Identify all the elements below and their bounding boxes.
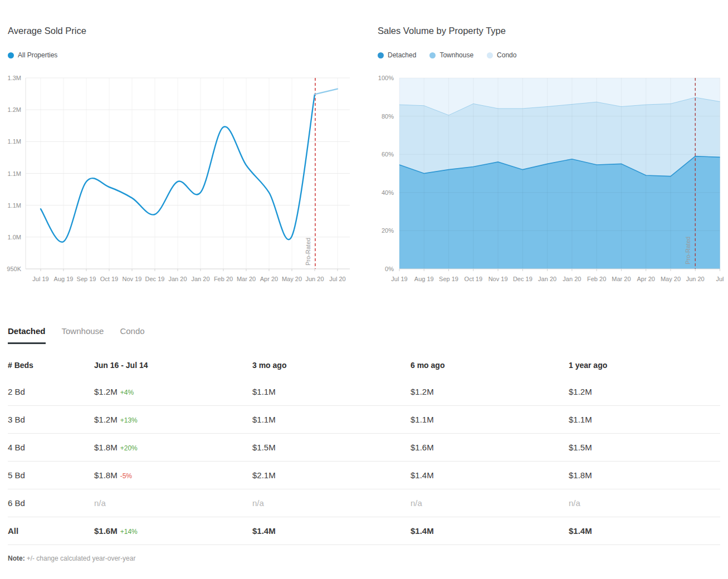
price-value: $1.2M: [411, 387, 569, 396]
svg-text:Jan 20: Jan 20: [563, 276, 581, 282]
legend-item-townhouse[interactable]: Townhouse: [429, 51, 473, 59]
sales-volume-chart: 100%80%60%40%20%0%Jul 19Aug 19Sep 19Oct …: [373, 72, 728, 287]
legend-dot-icon: [429, 52, 436, 58]
svg-text:40%: 40%: [382, 189, 394, 196]
legend-label: Detached: [388, 51, 416, 59]
price-value: n/a: [94, 498, 106, 508]
svg-text:20%: 20%: [382, 227, 394, 234]
right-chart-title: Sales Volume by Property Type: [378, 26, 506, 36]
svg-text:Mar 20: Mar 20: [237, 276, 256, 282]
col-header-current: Jun 16 - Jul 14: [94, 361, 252, 370]
price-value: $1.5M: [569, 443, 720, 452]
svg-text:Dec 19: Dec 19: [145, 276, 165, 282]
change-badge: +20%: [120, 444, 138, 452]
svg-text:950K: 950K: [7, 266, 21, 272]
price-value: $1.2M: [569, 387, 720, 396]
svg-text:Pro-Rated: Pro-Rated: [305, 238, 311, 266]
price-value: $1.1M: [252, 415, 411, 424]
svg-text:1.1M: 1.1M: [8, 170, 21, 177]
left-chart-legend: All Properties: [8, 51, 57, 59]
table-row: 4 Bd $1.8M+20% $1.5M $1.6M $1.5M: [8, 433, 720, 462]
svg-text:Sep 19: Sep 19: [439, 276, 458, 282]
price-value: $2.1M: [252, 470, 411, 480]
svg-text:May 20: May 20: [282, 276, 302, 282]
price-value: $1.4M: [569, 526, 720, 536]
price-value: $1.8M: [569, 470, 720, 480]
change-badge: -5%: [120, 472, 132, 480]
legend-label: Townhouse: [439, 51, 473, 59]
price-value: n/a: [252, 498, 411, 508]
svg-text:Mar 20: Mar 20: [612, 276, 631, 282]
svg-text:Apr 20: Apr 20: [260, 276, 278, 282]
price-value: $1.6M: [94, 526, 118, 536]
change-badge: +14%: [120, 528, 138, 536]
svg-text:Jan 20: Jan 20: [538, 276, 556, 282]
beds-label: 3 Bd: [8, 415, 94, 424]
beds-label: All: [8, 526, 94, 536]
price-value: n/a: [569, 498, 720, 508]
legend-dot-icon: [8, 52, 14, 58]
tab-townhouse[interactable]: Townhouse: [62, 326, 104, 344]
svg-text:Jan 20: Jan 20: [168, 276, 187, 282]
svg-text:Jan 20: Jan 20: [191, 276, 209, 282]
price-value: $1.8M: [94, 443, 118, 452]
svg-text:Jul 19: Jul 19: [391, 276, 407, 282]
svg-text:1.3M: 1.3M: [8, 75, 21, 81]
price-value: $1.4M: [411, 526, 569, 536]
price-value: $1.2M: [94, 415, 118, 424]
property-type-tabs: Detached Townhouse Condo: [8, 326, 145, 344]
svg-text:Jun 20: Jun 20: [686, 276, 705, 282]
svg-text:May 20: May 20: [661, 276, 681, 282]
beds-label: 5 Bd: [8, 470, 94, 480]
table-row-all: All $1.6M+14% $1.4M $1.4M $1.4M: [8, 517, 720, 545]
price-value: $1.6M: [411, 443, 569, 452]
legend-item-condo[interactable]: Condo: [487, 51, 516, 59]
legend-dot-icon: [378, 52, 384, 58]
price-value: $1.1M: [411, 415, 569, 424]
price-value: $1.1M: [252, 387, 411, 396]
svg-text:Apr 20: Apr 20: [637, 276, 654, 282]
average-sold-price-chart: 1.3M1.2M1.1M1.1M1.1M1.0M950KJul 19Aug 19…: [0, 72, 359, 287]
price-value: $1.8M: [94, 470, 118, 480]
svg-text:Nov 19: Nov 19: [488, 276, 508, 282]
beds-label: 6 Bd: [8, 498, 94, 508]
svg-text:Pro-Rated: Pro-Rated: [685, 237, 691, 264]
legend-label: All Properties: [18, 51, 57, 59]
svg-text:Jun 20: Jun 20: [305, 276, 324, 282]
svg-text:1.1M: 1.1M: [8, 202, 21, 209]
price-value: $1.2M: [94, 387, 118, 396]
svg-text:Jul: Jul: [716, 276, 724, 282]
change-badge: +4%: [120, 389, 134, 396]
legend-item-detached[interactable]: Detached: [378, 51, 416, 59]
legend-dot-icon: [487, 52, 493, 58]
svg-text:Oct 19: Oct 19: [465, 276, 482, 282]
table-row: 5 Bd $1.8M-5% $2.1M $1.4M $1.8M: [8, 461, 720, 489]
table-header-row: # Beds Jun 16 - Jul 14 3 mo ago 6 mo ago…: [8, 358, 720, 372]
table-row: 6 Bd n/a n/a n/a n/a: [8, 489, 720, 517]
col-header-3mo: 3 mo ago: [252, 361, 411, 370]
right-chart-legend: Detached Townhouse Condo: [378, 51, 516, 59]
footnote-text: +/- change calculated year-over-year: [27, 555, 136, 562]
svg-text:Aug 19: Aug 19: [54, 276, 74, 282]
beds-label: 4 Bd: [8, 443, 94, 452]
svg-text:Oct 19: Oct 19: [100, 276, 118, 282]
col-header-beds: # Beds: [8, 361, 94, 370]
table-row: 3 Bd $1.2M+13% $1.1M $1.1M $1.1M: [8, 405, 720, 434]
col-header-6mo: 6 mo ago: [411, 361, 569, 370]
dashboard: Average Sold Price All Properties 1.3M1.…: [0, 0, 728, 579]
table-row: 2 Bd $1.2M+4% $1.1M $1.2M $1.2M: [8, 377, 720, 406]
left-chart-title: Average Sold Price: [8, 26, 86, 36]
svg-text:Feb 20: Feb 20: [214, 276, 233, 282]
price-value: n/a: [411, 498, 569, 508]
legend-item-all-properties[interactable]: All Properties: [8, 51, 57, 59]
svg-text:Nov 19: Nov 19: [123, 276, 142, 282]
tab-condo[interactable]: Condo: [120, 326, 144, 344]
tab-detached[interactable]: Detached: [8, 326, 46, 344]
svg-text:Feb 20: Feb 20: [587, 276, 606, 282]
svg-text:Aug 19: Aug 19: [414, 276, 434, 282]
col-header-1yr: 1 year ago: [569, 361, 720, 370]
svg-text:80%: 80%: [382, 113, 394, 120]
svg-text:100%: 100%: [378, 75, 394, 81]
svg-text:Jul 19: Jul 19: [32, 276, 48, 282]
svg-text:0%: 0%: [385, 266, 394, 272]
